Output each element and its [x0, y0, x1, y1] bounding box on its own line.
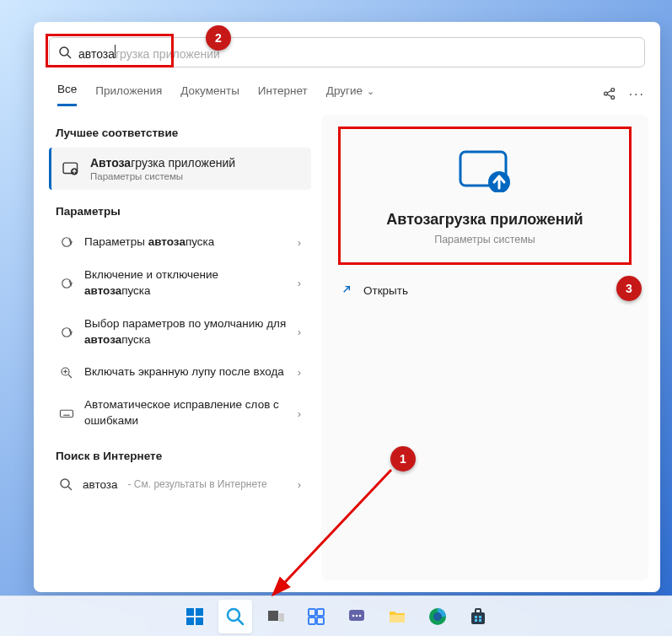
chevron-right-icon: › [298, 478, 301, 491]
best-match-subtitle: Параметры системы [90, 171, 235, 181]
svg-point-41 [352, 614, 354, 617]
tab-internet[interactable]: Интернет [258, 84, 308, 105]
preview-subtitle: Параметры системы [434, 234, 535, 245]
search-icon [58, 46, 72, 59]
results-body: Лучшее соответствие Автозагрузка приложе… [34, 106, 660, 592]
svg-line-5 [607, 90, 611, 93]
taskbar-start[interactable] [178, 600, 212, 633]
tab-apps[interactable]: Приложения [95, 84, 162, 105]
open-external-icon [340, 283, 353, 299]
param-item-0[interactable]: Параметры автозапуска › [49, 226, 311, 259]
filter-tabs: Все Приложения Документы Интернет Другие… [34, 67, 660, 106]
preview-card: Автозагрузка приложений Параметры систем… [321, 115, 648, 580]
annotation-badge-2: 2 [206, 25, 231, 51]
svg-rect-38 [309, 617, 315, 624]
svg-point-9 [62, 238, 72, 247]
search-icon [59, 477, 73, 491]
search-bar-area: автозагрузка приложений [34, 22, 660, 67]
taskbar-store[interactable] [461, 600, 495, 633]
annotation-badge-3: 3 [616, 276, 642, 301]
svg-point-43 [358, 614, 361, 617]
web-header: Поиск в Интернете [49, 438, 311, 471]
taskbar-search[interactable] [218, 600, 252, 633]
svg-rect-50 [479, 616, 481, 618]
results-left: Лучшее соответствие Автозагрузка приложе… [49, 115, 311, 580]
preview-hero: Автозагрузка приложений Параметры систем… [321, 115, 648, 271]
svg-line-33 [239, 620, 243, 624]
results-right: Автозагрузка приложений Параметры систем… [321, 115, 648, 580]
taskbar-widgets[interactable] [299, 600, 333, 633]
param-item-3[interactable]: Включать экранную лупу после входа › [49, 356, 311, 389]
best-match-title: Автозагрузка приложений [90, 156, 235, 170]
svg-rect-31 [196, 617, 203, 625]
web-search-item[interactable]: автоза - См. результаты в Интернете › [49, 471, 311, 498]
startup-app-icon-large [457, 148, 513, 192]
tab-documents[interactable]: Документы [180, 84, 239, 105]
chevron-right-icon: › [298, 366, 301, 379]
chevron-right-icon: › [298, 326, 301, 338]
startup-app-icon [62, 159, 80, 178]
chevron-down-icon: ⌄ [364, 86, 374, 96]
search-panel: автозагрузка приложений 2 Все Приложения… [34, 22, 660, 592]
svg-point-32 [228, 609, 239, 621]
svg-point-0 [60, 47, 68, 56]
best-match-item[interactable]: Автозагрузка приложений Параметры систем… [49, 148, 311, 190]
svg-rect-37 [317, 609, 324, 616]
search-ghost-text: грузка приложений [116, 47, 220, 61]
chevron-right-icon: › [298, 236, 301, 249]
svg-rect-16 [61, 410, 73, 417]
svg-rect-44 [390, 615, 405, 623]
taskbar-taskview[interactable] [259, 600, 293, 633]
svg-point-42 [355, 614, 358, 617]
magnify-plus-icon [59, 365, 74, 380]
svg-rect-28 [186, 608, 194, 616]
chevron-right-icon: › [298, 277, 301, 289]
search-typed-text: автоза [78, 47, 115, 61]
svg-rect-52 [479, 619, 481, 622]
params-header: Параметры [49, 193, 311, 226]
svg-point-22 [61, 479, 69, 488]
taskbar [0, 596, 672, 636]
svg-line-13 [68, 375, 72, 378]
svg-rect-47 [471, 612, 485, 624]
svg-rect-35 [279, 613, 284, 622]
svg-rect-29 [196, 608, 203, 616]
svg-rect-30 [186, 617, 194, 625]
best-match-header: Лучшее соответствие [49, 115, 311, 148]
more-icon[interactable]: ··· [629, 87, 645, 102]
param-item-2[interactable]: Выбор параметров по умолчанию для автоза… [49, 308, 311, 357]
svg-line-6 [607, 94, 611, 96]
svg-rect-51 [475, 619, 477, 622]
param-item-1[interactable]: Включение и отключение автозапуска › [49, 259, 311, 308]
svg-rect-49 [475, 616, 477, 618]
open-action[interactable]: Открыть [321, 271, 648, 310]
keyboard-icon [59, 406, 74, 421]
preview-title: Автозагрузка приложений [386, 211, 583, 229]
search-bar[interactable]: автозагрузка приложений [49, 37, 645, 67]
share-icon[interactable] [602, 86, 617, 104]
gear-icon [59, 234, 74, 250]
svg-rect-48 [476, 609, 481, 613]
chevron-right-icon: › [298, 407, 301, 420]
tab-all[interactable]: Все [57, 83, 77, 106]
annotation-badge-1: 1 [390, 446, 416, 472]
gear-icon [59, 276, 74, 291]
svg-line-1 [67, 55, 71, 58]
taskbar-edge[interactable] [421, 600, 454, 633]
gear-icon [59, 325, 74, 340]
param-item-4[interactable]: Автоматическое исправление слов с ошибка… [49, 389, 311, 438]
taskbar-explorer[interactable] [380, 600, 414, 633]
svg-line-23 [68, 487, 72, 490]
svg-point-11 [62, 327, 72, 337]
svg-rect-36 [309, 609, 315, 616]
svg-point-10 [62, 279, 72, 288]
svg-point-46 [433, 612, 442, 621]
svg-rect-39 [317, 617, 324, 624]
search-input[interactable]: автозагрузка приложений [78, 45, 636, 61]
svg-rect-34 [268, 611, 278, 621]
taskbar-chat[interactable] [340, 600, 374, 633]
tab-more[interactable]: Другие ⌄ [326, 84, 374, 105]
